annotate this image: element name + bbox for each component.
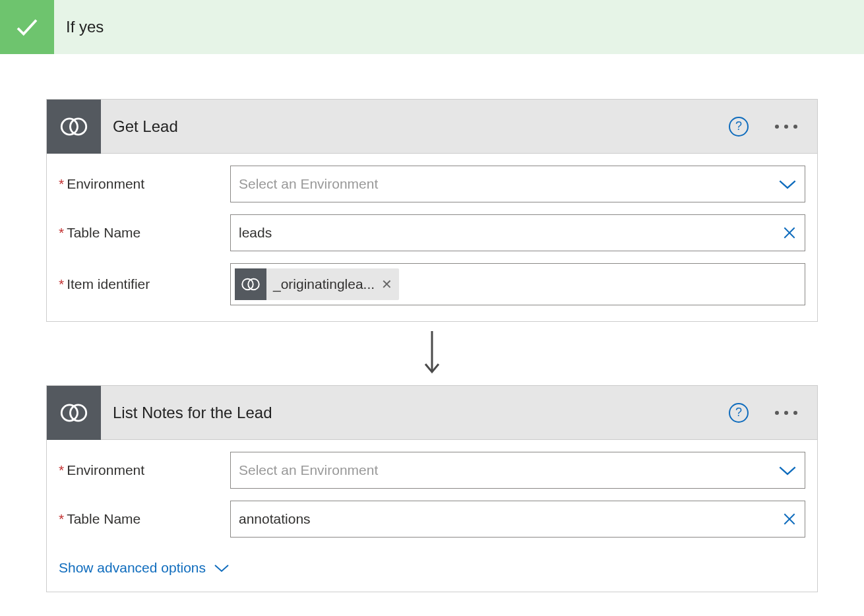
clear-icon[interactable]: [782, 226, 797, 240]
label-text: Table Name: [67, 511, 140, 527]
card-header-list-notes[interactable]: List Notes for the Lead ?: [47, 386, 817, 440]
card-title: List Notes for the Lead: [101, 404, 729, 422]
card-get-lead: Get Lead ? * Environment Select an Envir…: [46, 99, 818, 322]
field-label: * Environment: [59, 462, 230, 478]
field-label: * Table Name: [59, 511, 230, 527]
field-row-environment: * Environment Select an Environment: [59, 452, 805, 489]
field-label: * Item identifier: [59, 276, 230, 292]
table-name-input[interactable]: leads: [230, 214, 805, 251]
label-text: Item identifier: [67, 276, 150, 292]
field-row-table-name: * Table Name leads: [59, 214, 805, 251]
placeholder-text: Select an Environment: [239, 176, 778, 192]
chevron-down-icon: [214, 563, 230, 572]
environment-select[interactable]: Select an Environment: [230, 452, 805, 489]
required-asterisk: *: [59, 511, 64, 527]
card-header-get-lead[interactable]: Get Lead ?: [47, 100, 817, 154]
field-row-environment: * Environment Select an Environment: [59, 166, 805, 202]
more-menu[interactable]: [775, 411, 797, 415]
show-advanced-label: Show advanced options: [59, 560, 206, 576]
placeholder-text: Select an Environment: [239, 462, 778, 478]
table-name-input[interactable]: annotations: [230, 501, 805, 538]
input-value: annotations: [239, 511, 782, 527]
flow-arrow: [46, 322, 818, 385]
label-text: Table Name: [67, 225, 140, 241]
card-title: Get Lead: [101, 117, 729, 136]
condition-title: If yes: [54, 18, 104, 36]
chevron-down-icon[interactable]: [778, 464, 797, 476]
label-text: Environment: [67, 462, 144, 478]
show-advanced-options[interactable]: Show advanced options: [59, 549, 230, 576]
required-asterisk: *: [59, 176, 64, 192]
card-list-notes: List Notes for the Lead ? * Environment …: [46, 385, 818, 592]
dynamic-token[interactable]: _originatinglea... ✕: [235, 268, 399, 300]
required-asterisk: *: [59, 225, 64, 241]
token-label: _originatinglea...: [266, 276, 381, 292]
condition-header: If yes: [0, 0, 864, 54]
chevron-down-icon[interactable]: [778, 178, 797, 190]
required-asterisk: *: [59, 462, 64, 478]
field-label: * Environment: [59, 176, 230, 192]
dataverse-icon: [47, 386, 101, 440]
card-body: * Environment Select an Environment * Ta…: [47, 154, 817, 321]
field-row-item-identifier: * Item identifier _originatinglea... ✕: [59, 263, 805, 305]
check-icon: [0, 0, 54, 54]
item-identifier-input[interactable]: _originatinglea... ✕: [230, 263, 805, 305]
help-icon[interactable]: ?: [729, 117, 749, 137]
token-remove-icon[interactable]: ✕: [381, 276, 399, 292]
card-body: * Environment Select an Environment * Ta…: [47, 440, 817, 592]
field-row-table-name: * Table Name annotations: [59, 501, 805, 538]
field-label: * Table Name: [59, 225, 230, 241]
required-asterisk: *: [59, 276, 64, 292]
more-menu[interactable]: [775, 125, 797, 129]
dataverse-icon: [235, 268, 266, 300]
environment-select[interactable]: Select an Environment: [230, 166, 805, 202]
clear-icon[interactable]: [782, 512, 797, 526]
label-text: Environment: [67, 176, 144, 192]
dataverse-icon: [47, 100, 101, 154]
input-value: leads: [239, 225, 782, 241]
help-icon[interactable]: ?: [729, 403, 749, 423]
